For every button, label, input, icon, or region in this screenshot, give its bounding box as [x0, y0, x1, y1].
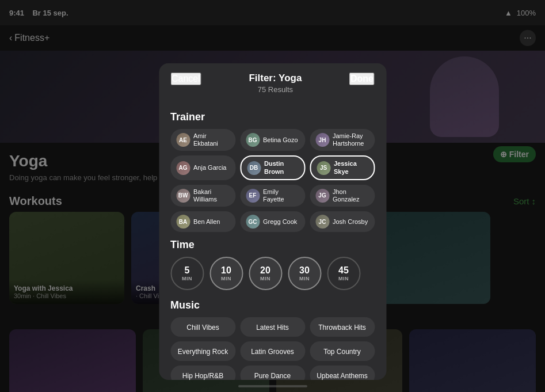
music-label-hiphop: Hip Hop/R&B: [182, 372, 223, 380]
filter-modal: Cancel Filter: Yoga 75 Results Done Trai…: [159, 63, 386, 380]
music-chip-hiphop[interactable]: Hip Hop/R&B: [170, 366, 235, 380]
trainer-name-jhon: Jhon Gonzalez: [333, 188, 369, 203]
trainer-avatar-emily: EF: [246, 189, 260, 203]
time-unit-20: MIN: [260, 276, 270, 281]
music-grid: Chill Vibes Latest Hits Throwback Hits E…: [170, 317, 375, 380]
trainer-avatar-anja: AG: [176, 161, 190, 175]
time-value-30: 30: [299, 265, 310, 276]
trainer-name-josh: Josh Crosby: [333, 218, 368, 226]
trainer-chip-ben[interactable]: BA Ben Allen: [170, 211, 235, 232]
trainer-name-amir: Amir Ekbatani: [193, 132, 230, 147]
trainer-chip-jhon[interactable]: JG Jhon Gonzalez: [310, 185, 375, 207]
music-label-latest: Latest Hits: [256, 324, 289, 332]
music-chip-latin[interactable]: Latin Grooves: [240, 341, 305, 361]
music-label-country: Top Country: [323, 348, 361, 356]
trainer-avatar-amir: AE: [176, 133, 190, 147]
trainer-avatar-dustin: DB: [247, 161, 261, 175]
time-unit-30: MIN: [299, 276, 310, 281]
trainer-avatar-jamie: JH: [315, 133, 329, 147]
trainer-chip-josh[interactable]: JC Josh Crosby: [310, 211, 375, 232]
trainer-chip-gregg[interactable]: GC Gregg Cook: [240, 211, 305, 232]
modal-title-block: Filter: Yoga 75 Results: [249, 73, 302, 94]
time-value-20: 20: [260, 265, 270, 276]
time-option-5[interactable]: 5 MIN: [170, 257, 204, 290]
trainer-avatar-bakari: BW: [176, 189, 190, 203]
trainer-chip-amir[interactable]: AE Amir Ekbatani: [170, 129, 235, 151]
trainer-grid: AE Amir Ekbatani BG Betina Gozo JH Jamie…: [170, 129, 375, 232]
music-chip-dance[interactable]: Pure Dance: [240, 366, 305, 380]
trainer-name-ben: Ben Allen: [193, 218, 220, 226]
trainer-name-gregg: Gregg Cook: [263, 218, 297, 226]
music-label-rock: Everything Rock: [178, 348, 228, 356]
trainer-chip-jamie[interactable]: JH Jamie-Ray Hartshorne: [310, 129, 375, 151]
modal-results: 75 Results: [249, 85, 302, 94]
time-value-5: 5: [185, 265, 190, 276]
trainer-name-bakari: Bakari Williams: [193, 188, 230, 203]
trainer-name-dustin: Dustin Brown: [264, 160, 298, 175]
trainer-chip-anja[interactable]: AG Anja Garcia: [170, 155, 235, 180]
time-section-title: Time: [170, 239, 375, 251]
trainer-name-jessica: Jessica Skye: [334, 160, 368, 175]
done-button[interactable]: Done: [349, 73, 375, 85]
trainer-chip-emily[interactable]: EF Emily Fayette: [240, 185, 305, 207]
music-label-latin: Latin Grooves: [251, 348, 294, 356]
cancel-button[interactable]: Cancel: [170, 73, 201, 85]
music-label-dance: Pure Dance: [254, 372, 291, 380]
modal-header: Cancel Filter: Yoga 75 Results Done: [159, 63, 386, 100]
trainer-name-jamie: Jamie-Ray Hartshorne: [333, 132, 369, 147]
trainer-name-emily: Emily Fayette: [263, 188, 299, 203]
music-chip-country[interactable]: Top Country: [310, 341, 375, 361]
time-option-30[interactable]: 30 MIN: [288, 257, 321, 290]
music-chip-rock[interactable]: Everything Rock: [170, 341, 235, 361]
music-label-upbeat: Upbeat Anthems: [317, 372, 368, 380]
trainer-name-betina: Betina Gozo: [263, 136, 298, 144]
music-chip-throwback[interactable]: Throwback Hits: [310, 317, 375, 337]
trainer-avatar-ben: BA: [176, 215, 190, 229]
time-option-20[interactable]: 20 MIN: [249, 257, 282, 290]
music-section-title: Music: [170, 299, 375, 311]
time-value-45: 45: [338, 265, 349, 276]
trainer-name-anja: Anja Garcia: [193, 164, 226, 172]
trainer-avatar-gregg: GC: [246, 215, 260, 229]
trainer-section-title: Trainer: [170, 111, 375, 123]
trainer-chip-bakari[interactable]: BW Bakari Williams: [170, 185, 235, 207]
time-value-10: 10: [221, 265, 231, 276]
trainer-avatar-jhon: JG: [315, 189, 329, 203]
trainer-chip-jessica[interactable]: JS Jessica Skye: [310, 155, 375, 180]
trainer-avatar-jessica: JS: [317, 161, 330, 175]
modal-body: Trainer AE Amir Ekbatani BG Betina Gozo …: [159, 100, 386, 380]
music-chip-chill[interactable]: Chill Vibes: [170, 317, 235, 337]
music-label-throwback: Throwback Hits: [318, 324, 366, 332]
music-chip-latest[interactable]: Latest Hits: [240, 317, 305, 337]
trainer-avatar-josh: JC: [315, 215, 329, 229]
music-chip-upbeat[interactable]: Upbeat Anthems: [310, 366, 375, 380]
time-unit-10: MIN: [221, 276, 231, 281]
trainer-avatar-betina: BG: [246, 133, 260, 147]
trainer-chip-dustin[interactable]: DB Dustin Brown: [240, 155, 305, 180]
time-option-10[interactable]: 10 MIN: [209, 257, 243, 290]
time-unit-5: MIN: [182, 276, 192, 281]
time-circles: 5 MIN 10 MIN 20 MIN 30 MIN 45 MIN: [170, 257, 375, 290]
time-unit-45: MIN: [338, 276, 349, 281]
music-label-chill: Chill Vibes: [186, 324, 219, 332]
time-option-45[interactable]: 45 MIN: [327, 257, 360, 290]
modal-title: Filter: Yoga: [249, 73, 302, 84]
trainer-chip-betina[interactable]: BG Betina Gozo: [240, 129, 305, 151]
